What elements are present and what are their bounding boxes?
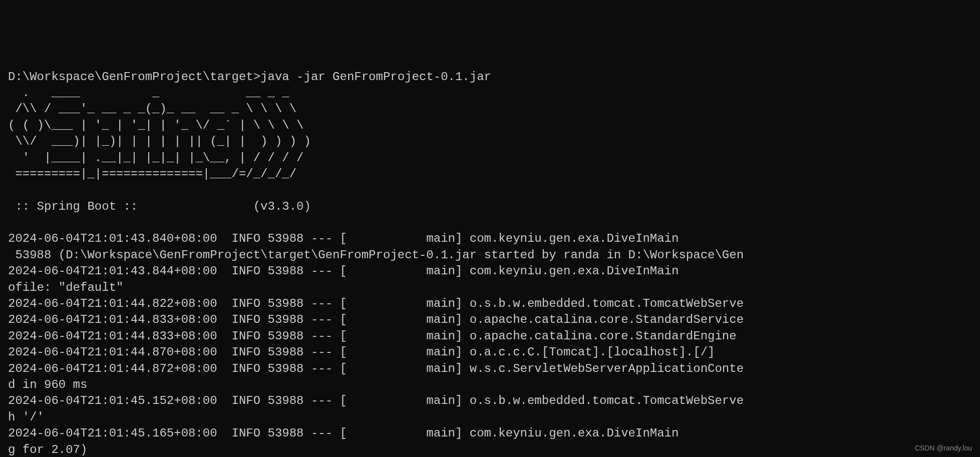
- log-line: ofile: "default": [8, 281, 123, 294]
- command-prompt-line: D:\Workspace\GenFromProject\target>java …: [8, 70, 491, 84]
- log-line: 2024-06-04T21:01:44.872+08:00 INFO 53988…: [8, 362, 744, 375]
- log-line: 2024-06-04T21:01:44.833+08:00 INFO 53988…: [8, 313, 744, 326]
- log-line: 2024-06-04T21:01:44.822+08:00 INFO 53988…: [8, 297, 744, 310]
- spring-banner: . ____ _ __ _ _ /\\ / ___'_ __ _ _(_)_ _…: [8, 86, 311, 181]
- log-line: 53988 (D:\Workspace\GenFromProject\targe…: [8, 248, 744, 262]
- log-line: g for 2.07): [8, 443, 87, 456]
- log-line: 2024-06-04T21:01:45.165+08:00 INFO 53988…: [8, 426, 679, 440]
- log-line: 2024-06-04T21:01:44.870+08:00 INFO 53988…: [8, 345, 715, 359]
- log-line: h '/': [8, 410, 44, 424]
- log-line: 2024-06-04T21:01:44.833+08:00 INFO 53988…: [8, 329, 737, 343]
- log-line: 2024-06-04T21:01:43.844+08:00 INFO 53988…: [8, 264, 679, 278]
- watermark: CSDN @randy.lou: [915, 443, 972, 453]
- spring-boot-version-line: :: Spring Boot :: (v3.3.0): [8, 200, 311, 213]
- log-line: d in 960 ms: [8, 378, 87, 391]
- log-line: 2024-06-04T21:01:43.840+08:00 INFO 53988…: [8, 232, 679, 245]
- terminal-output: D:\Workspace\GenFromProject\target>java …: [8, 69, 972, 457]
- log-line: 2024-06-04T21:01:45.152+08:00 INFO 53988…: [8, 394, 744, 407]
